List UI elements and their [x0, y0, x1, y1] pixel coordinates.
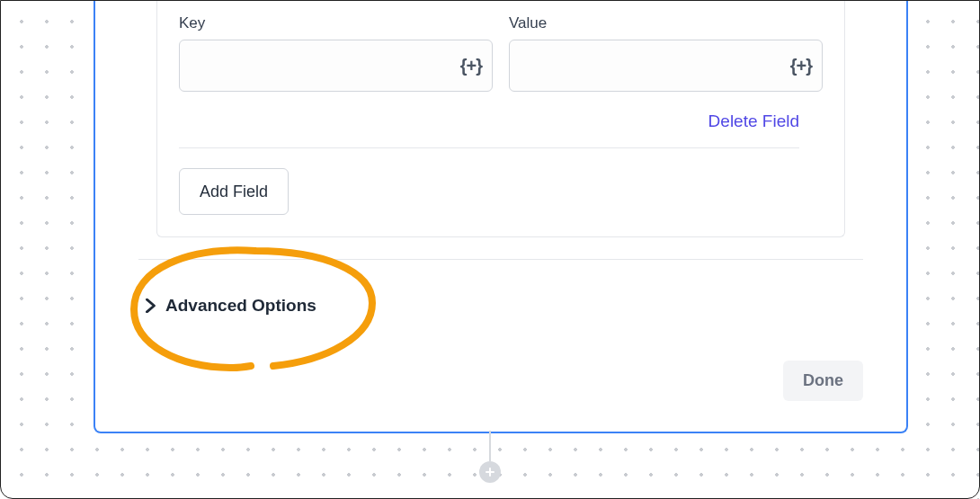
fields-section: Key {+} Value {+} Delete Field Add Field	[156, 0, 845, 237]
field-divider	[179, 147, 799, 148]
done-button[interactable]: Done	[783, 361, 863, 401]
advanced-options-toggle[interactable]: Advanced Options	[138, 260, 863, 316]
key-input-wrapper: {+}	[179, 40, 493, 92]
inject-variable-icon[interactable]: {+}	[460, 56, 482, 76]
delete-field-row: Delete Field	[179, 92, 823, 147]
config-card: Key {+} Value {+} Delete Field Add Field	[94, 0, 908, 433]
key-input[interactable]	[179, 40, 493, 92]
delete-field-link[interactable]: Delete Field	[708, 111, 799, 131]
value-input[interactable]	[509, 40, 823, 92]
value-label: Value	[509, 14, 823, 32]
chevron-right-icon	[146, 299, 156, 313]
done-row: Done	[138, 361, 863, 401]
value-input-wrapper: {+}	[509, 40, 823, 92]
key-column: Key {+}	[179, 14, 493, 92]
key-label: Key	[179, 14, 493, 32]
inject-variable-icon[interactable]: {+}	[790, 56, 812, 76]
advanced-options-label: Advanced Options	[165, 296, 316, 316]
field-row: Key {+} Value {+}	[179, 0, 823, 92]
add-field-button[interactable]: Add Field	[179, 168, 289, 215]
value-column: Value {+}	[509, 14, 823, 92]
add-node-button[interactable]	[479, 461, 501, 483]
svg-rect-1	[486, 471, 494, 473]
